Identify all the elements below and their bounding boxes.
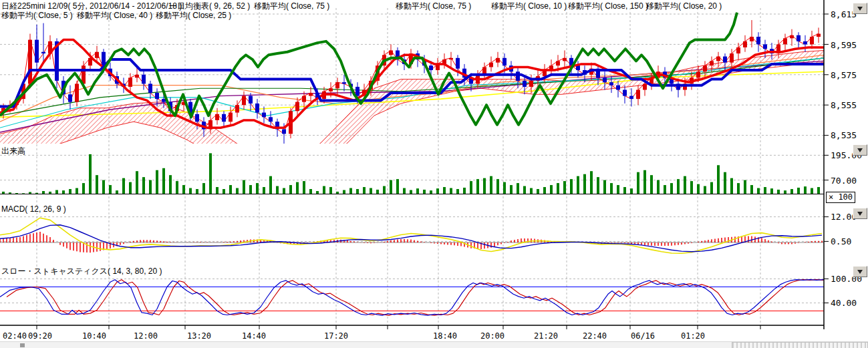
price-tick-8535: 8,535 (831, 130, 857, 140)
time-label-1320: 13:20 (187, 331, 211, 341)
time-label-0920: 09:20 (28, 331, 52, 341)
time-label-1440: 14:40 (242, 331, 266, 341)
legend-ma5: 移動平均( Close, 5 ) (1, 10, 73, 21)
legend-ma75-a: 移動平均( Close, 75 ) (254, 1, 329, 12)
legend-ma10: 移動平均( Close, 10 ) (491, 1, 567, 12)
legend-ma40: 移動平均( Close, 40 ) (77, 10, 152, 21)
time-label-1720: 17:20 (324, 331, 348, 341)
scrollbar-nub[interactable] (20, 343, 25, 347)
volume-tick-70: 70.00 (831, 176, 857, 186)
time-label-0240: 02:40 (3, 331, 27, 341)
chevron-down-icon (857, 148, 863, 152)
time-label-0120: 01:20 (681, 331, 705, 341)
macd-pane-dropdown-button[interactable] (853, 208, 867, 219)
macd-tick-05: 0.50 (831, 236, 851, 246)
stoch-pane-dropdown-button[interactable] (853, 266, 867, 277)
volume-pane-label: 出来高 (1, 146, 25, 157)
scrollbar-thumb[interactable] (732, 342, 868, 348)
chart-canvas (0, 0, 868, 348)
legend-ma75-b: 移動平均( Close, 75 ) (396, 1, 471, 12)
main-pane-dropdown-button[interactable] (853, 3, 867, 14)
time-label-2240: 22:40 (583, 331, 607, 341)
time-label-1040: 10:40 (82, 331, 106, 341)
price-tick-8575: 8,575 (831, 70, 857, 80)
horizontal-scrollbar[interactable] (0, 341, 868, 348)
legend-ma150: 移動平均( Close, 150 ) (568, 1, 648, 12)
price-tick-8555: 8,555 (831, 100, 857, 110)
time-label-2120: 21:20 (534, 331, 558, 341)
price-tick-8595: 8,595 (831, 40, 857, 50)
stoch-tick-40: 40.00 (831, 298, 857, 308)
time-label-1200: 12:00 (134, 331, 158, 341)
time-label-1840: 18:40 (433, 331, 457, 341)
time-label-2000: 20:00 (480, 331, 504, 341)
macd-pane-label: MACD( 12, 26, 9 ) (1, 204, 66, 214)
chart-window: 日経225mini 12/09( 5分, 2012/06/14 - 2012/0… (0, 0, 868, 348)
chevron-down-icon (857, 212, 863, 216)
chevron-down-icon (857, 7, 863, 11)
time-label-0616: 06/16 (631, 331, 655, 341)
volume-pane-dropdown-button[interactable] (853, 144, 867, 156)
legend-ma25: 移動平均( Close, 25 ) (156, 10, 231, 21)
volume-multiplier-badge: × 100 (826, 192, 855, 203)
stoch-pane-label: スロー・ストキャスティクス( 14, 3, 80, 20 ) (1, 266, 162, 277)
legend-ma20: 移動平均( Close, 20 ) (646, 1, 722, 12)
chevron-down-icon (857, 270, 863, 274)
